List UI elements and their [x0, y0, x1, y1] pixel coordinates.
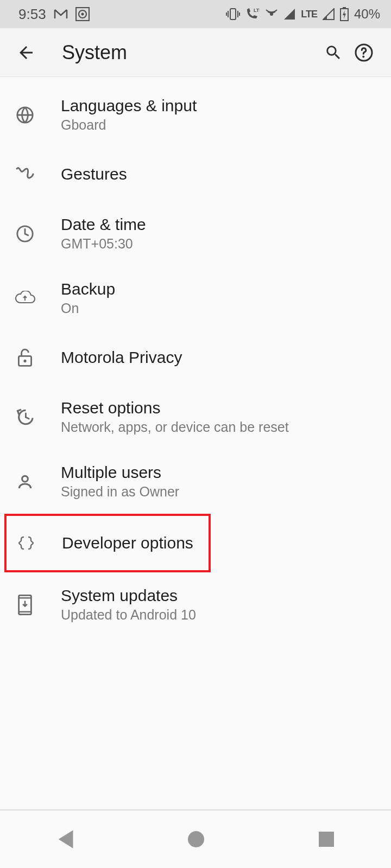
- item-title: Reset options: [61, 399, 289, 417]
- clock: 9:53: [18, 6, 46, 23]
- item-subtitle: Updated to Android 10: [61, 607, 196, 623]
- battery-percent: 40%: [354, 7, 380, 22]
- svg-point-16: [188, 831, 204, 847]
- item-updates[interactable]: System updates Updated to Android 10: [0, 572, 391, 637]
- system-update-icon: [13, 595, 37, 615]
- navigation-bar: [0, 809, 391, 868]
- globe-icon: [13, 106, 37, 124]
- item-title: System updates: [61, 586, 196, 605]
- item-reset[interactable]: Reset options Network, apps, or device c…: [0, 385, 391, 449]
- item-title: Gestures: [61, 165, 127, 183]
- item-title: Multiple users: [61, 463, 179, 482]
- signal-1-icon: [283, 8, 295, 20]
- gmail-icon: [54, 9, 68, 20]
- item-subtitle: Gboard: [61, 117, 197, 133]
- highlight-box: Developer options: [4, 514, 211, 572]
- item-languages[interactable]: Languages & input Gboard: [0, 82, 391, 147]
- item-privacy[interactable]: Motorola Privacy: [0, 330, 391, 385]
- svg-rect-17: [319, 832, 334, 847]
- battery-charging-icon: [340, 7, 349, 21]
- nav-home[interactable]: [186, 829, 206, 849]
- nav-recent[interactable]: [318, 831, 335, 848]
- item-title: Motorola Privacy: [61, 348, 182, 367]
- item-developer[interactable]: Developer options: [7, 516, 209, 570]
- item-users[interactable]: Multiple users Signed in as Owner: [0, 449, 391, 514]
- clock-icon: [13, 225, 37, 243]
- search-button[interactable]: [318, 37, 349, 68]
- item-subtitle: GMT+05:30: [61, 236, 146, 252]
- item-backup[interactable]: Backup On: [0, 266, 391, 330]
- item-title: Date & time: [61, 215, 146, 234]
- item-subtitle: Network, apps, or device can be reset: [61, 419, 289, 435]
- lock-open-icon: [13, 348, 37, 367]
- help-button[interactable]: [349, 37, 379, 68]
- item-title: Developer options: [62, 534, 193, 552]
- signal-2-icon: [323, 8, 335, 20]
- cloud-upload-icon: [13, 291, 37, 306]
- svg-point-9: [362, 55, 364, 58]
- svg-rect-3: [230, 9, 236, 20]
- status-bar: 9:53 LTE LTE 40%: [0, 0, 391, 28]
- app-icon: [75, 7, 90, 21]
- nav-back[interactable]: [56, 829, 74, 850]
- item-title: Backup: [61, 280, 115, 298]
- braces-icon: [14, 535, 38, 551]
- status-left: 9:53: [18, 6, 90, 23]
- svg-rect-7: [343, 7, 346, 9]
- lte-label: LTE: [301, 9, 317, 20]
- svg-text:LTE: LTE: [254, 8, 260, 13]
- item-gestures[interactable]: Gestures: [0, 147, 391, 201]
- page-title: System: [62, 41, 318, 64]
- gesture-icon: [13, 167, 37, 182]
- app-bar: System: [0, 28, 391, 77]
- svg-point-13: [23, 360, 26, 362]
- svg-point-2: [81, 13, 84, 16]
- person-icon: [13, 473, 37, 490]
- item-subtitle: On: [61, 301, 115, 316]
- item-datetime[interactable]: Date & time GMT+05:30: [0, 201, 391, 266]
- vibrate-icon: [226, 8, 240, 21]
- item-title: Languages & input: [61, 97, 197, 115]
- status-right: LTE LTE 40%: [226, 7, 380, 22]
- svg-point-14: [22, 476, 28, 482]
- hotspot-icon: [265, 8, 278, 21]
- item-subtitle: Signed in as Owner: [61, 484, 179, 500]
- wifi-calling-icon: LTE: [245, 8, 260, 21]
- back-button[interactable]: [16, 43, 43, 62]
- restore-icon: [13, 408, 37, 426]
- settings-list: Languages & input Gboard Gestures Date &…: [0, 77, 391, 637]
